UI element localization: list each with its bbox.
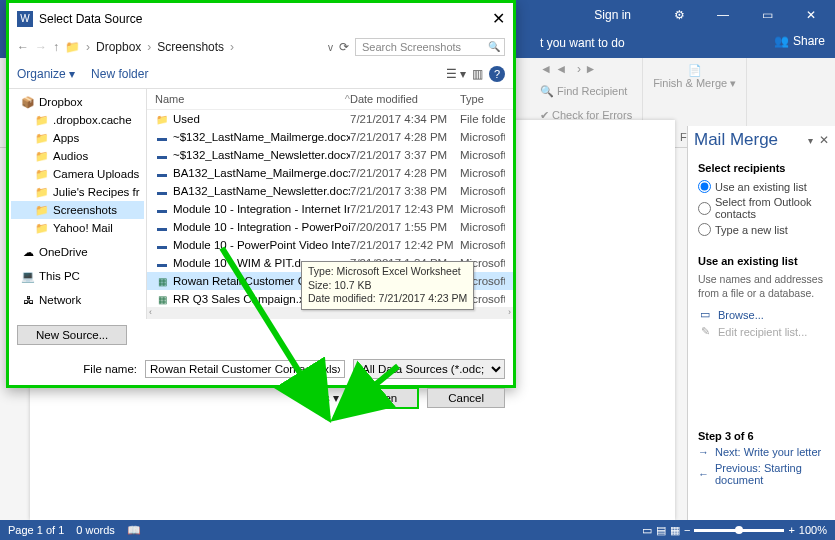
tree-item[interactable]: 📁.dropbox.cache [11,111,144,129]
folder-icon: 💻 [21,269,35,283]
zoom-slider[interactable] [694,529,784,532]
use-existing-heading: Use an existing list [698,255,825,267]
file-row[interactable]: ▬Module 10 - Integration - Internet Inte… [147,200,513,218]
col-date-header[interactable]: Date modified [350,93,460,105]
tree-item[interactable]: 💻This PC [11,267,144,285]
next-step-link[interactable]: →Next: Write your letter [698,446,825,458]
organize-button[interactable]: Organize ▾ [17,67,75,81]
word-icon: ▬ [155,220,169,234]
tools-dropdown[interactable]: Tools ▾ [303,391,339,405]
folder-icon: 📁 [35,221,49,235]
view-options-icon[interactable]: ☰ ▾ [446,67,466,81]
tree-item[interactable]: 📁Yahoo! Mail [11,219,144,237]
word-icon: ▬ [155,184,169,198]
word-count[interactable]: 0 words [76,524,115,536]
file-row[interactable]: 📁Used7/21/2017 4:34 PMFile folder [147,110,513,128]
select-recipients-heading: Select recipients [698,162,825,174]
page-indicator[interactable]: Page 1 of 1 [8,524,64,536]
nav-up-icon[interactable]: ↑ [53,40,59,54]
share-button[interactable]: 👥Share [774,34,825,48]
folder-icon: 📁 [65,40,80,54]
window-restore-icon[interactable]: ▭ [751,8,783,22]
folder-icon: 📁 [35,131,49,145]
folder-tree[interactable]: 📦Dropbox📁.dropbox.cache📁Apps📁Audios📁Came… [9,89,147,319]
browse-link[interactable]: ▭Browse... [698,308,825,321]
share-icon: 👥 [774,34,789,48]
file-row[interactable]: ▬BA132_LastName_Mailmerge.docx7/21/2017 … [147,164,513,182]
zoom-out-icon[interactable]: − [684,524,690,536]
word-icon: ▬ [155,238,169,252]
folder-icon: 📦 [21,95,35,109]
folder-icon: 📁 [155,112,169,126]
file-row[interactable]: ▬Module 10 - PowerPoint Video Integratio… [147,236,513,254]
help-icon[interactable]: ? [489,66,505,82]
mail-merge-title: Mail Merge [694,130,778,150]
finish-merge-button[interactable]: 📄Finish & Merge ▾ [653,64,736,90]
dialog-close-icon[interactable]: ✕ [492,9,505,28]
use-existing-note: Use names and addresses from a file or a… [698,273,825,300]
new-source-button[interactable]: New Source... [17,325,127,345]
tree-item[interactable]: 📦Dropbox [11,93,144,111]
breadcrumb-screenshots[interactable]: Screenshots [157,40,224,54]
word-app-icon: W [17,11,33,27]
radio-existing-list[interactable]: Use an existing list [698,180,825,193]
file-row[interactable]: ▬Module 10 - Integration - PowerPoint.do… [147,218,513,236]
file-row[interactable]: ▬BA132_LastName_Newsletter.docx7/21/2017… [147,182,513,200]
window-close-icon[interactable]: ✕ [795,8,827,22]
breadcrumb-dropdown-icon[interactable]: v [328,42,333,53]
tell-me-input[interactable]: t you want to do [540,36,625,50]
col-name-header[interactable]: Name ^ [155,93,350,105]
radio-outlook-contacts[interactable]: Select from Outlook contacts [698,196,825,220]
window-settings-icon[interactable]: ⚙ [663,8,695,22]
file-name-input[interactable] [145,360,345,378]
word-icon: ▬ [155,256,169,270]
word-icon: ▬ [155,148,169,162]
cancel-button[interactable]: Cancel [427,388,505,408]
view-mode-icon-2[interactable]: ▤ [656,524,666,537]
step-indicator: Step 3 of 6 [698,430,825,442]
file-tooltip: Type: Microsoft Excel Worksheet Size: 10… [301,261,474,310]
file-list[interactable]: Name ^ Date modified Type 📁Used7/21/2017… [147,89,513,319]
zoom-percent[interactable]: 100% [799,524,827,536]
pane-close-icon[interactable]: ✕ [819,133,829,147]
tree-item[interactable]: 📁Julie's Recipes fr [11,183,144,201]
word-icon: ▬ [155,166,169,180]
excel-icon: ▦ [155,292,169,306]
nav-back-icon[interactable]: ← [17,40,29,54]
tree-item[interactable]: 📁Audios [11,147,144,165]
dialog-title: Select Data Source [39,12,142,26]
refresh-icon[interactable]: ⟳ [339,40,349,54]
pane-dropdown-icon[interactable]: ▾ [808,135,813,146]
breadcrumb-dropbox[interactable]: Dropbox [96,40,141,54]
new-folder-button[interactable]: New folder [91,67,148,81]
col-type-header[interactable]: Type [460,93,505,105]
tree-item[interactable]: 📁Screenshots [11,201,144,219]
folder-icon: 📁 [35,203,49,217]
open-button[interactable]: Open [347,387,419,409]
tree-item[interactable]: 🖧Network [11,291,144,309]
word-icon: ▬ [155,130,169,144]
sign-in-link[interactable]: Sign in [594,8,631,22]
view-mode-icon[interactable]: ▭ [642,524,652,537]
prev-step-link[interactable]: ←Previous: Starting document [698,462,825,486]
window-minimize-icon[interactable]: — [707,8,739,22]
folder-icon: 📁 [35,149,49,163]
search-input[interactable]: Search Screenshots [355,38,505,56]
file-row[interactable]: ▬~$132_LastName_Mailmerge.docx7/21/2017 … [147,128,513,146]
preview-pane-icon[interactable]: ▥ [472,67,483,81]
folder-icon: ☁ [21,245,35,259]
find-recipient-button[interactable]: 🔍 Find Recipient [540,85,632,98]
word-icon: ▬ [155,202,169,216]
radio-new-list[interactable]: Type a new list [698,223,825,236]
file-type-filter[interactable]: All Data Sources (*.odc;*.mdb;* [353,359,505,379]
view-mode-icon-3[interactable]: ▦ [670,524,680,537]
tree-item[interactable]: 📁Camera Uploads [11,165,144,183]
proofing-icon[interactable]: 📖 [127,524,141,537]
status-bar: Page 1 of 1 0 words 📖 ▭ ▤ ▦ − + 100% [0,520,835,540]
arrow-right-icon: → [698,446,709,458]
zoom-in-icon[interactable]: + [788,524,794,536]
tree-item[interactable]: ☁OneDrive [11,243,144,261]
tree-item[interactable]: 📁Apps [11,129,144,147]
edit-recipients-link: ✎Edit recipient list... [698,325,825,338]
file-row[interactable]: ▬~$132_LastName_Newsletter.docx7/21/2017… [147,146,513,164]
